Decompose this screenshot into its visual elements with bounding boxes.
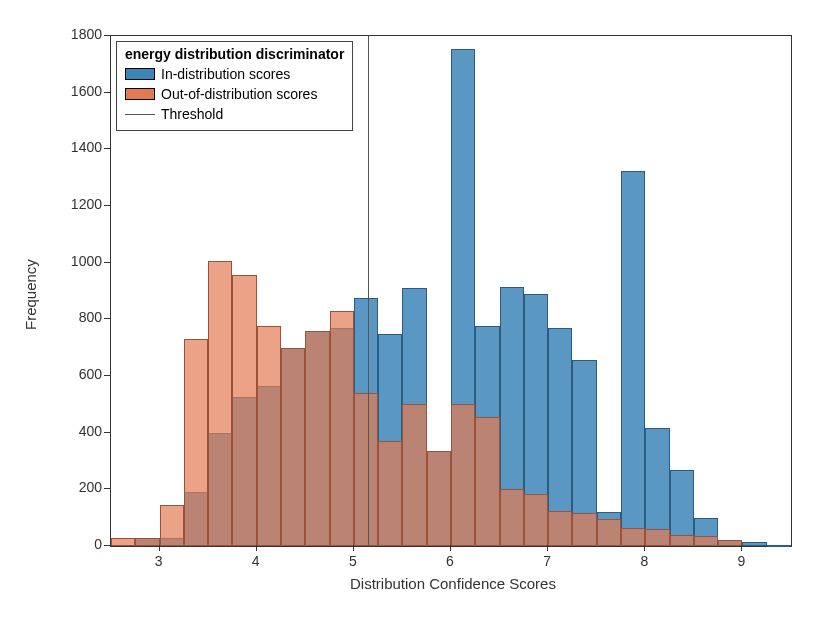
y-tick-label: 1600: [52, 83, 102, 99]
histogram-bar-out: [718, 540, 742, 546]
histogram-bar-out: [330, 311, 354, 546]
histogram-bar-out: [451, 404, 475, 546]
x-tick-label: 6: [440, 553, 460, 569]
x-tick-label: 3: [149, 553, 169, 569]
legend-item-in: In-distribution scores: [125, 64, 344, 84]
histogram-bar-out: [572, 513, 596, 546]
y-tick-label: 200: [52, 479, 102, 495]
y-tick-label: 1200: [52, 196, 102, 212]
histogram-bar-out: [402, 404, 426, 546]
histogram-bar-out: [184, 339, 208, 546]
histogram-bar-out: [475, 417, 499, 546]
legend: energy distribution discriminator In-dis…: [116, 41, 353, 131]
legend-label: Out-of-distribution scores: [161, 86, 317, 102]
histogram-bar-out: [645, 529, 669, 546]
histogram-bar-out: [378, 441, 402, 546]
x-axis-label: Distribution Confidence Scores: [350, 575, 556, 592]
x-tick-label: 8: [634, 553, 654, 569]
legend-item-threshold: Threshold: [125, 104, 344, 124]
histogram-bar-out: [160, 505, 184, 546]
histogram-bar-out: [135, 538, 159, 547]
histogram-bar-out: [548, 511, 572, 546]
x-tick-label: 4: [246, 553, 266, 569]
x-tick-label: 9: [731, 553, 751, 569]
x-tick-label: 7: [537, 553, 557, 569]
legend-title: energy distribution discriminator: [125, 46, 344, 62]
histogram-bar-out: [621, 528, 645, 546]
y-tick-label: 600: [52, 366, 102, 382]
histogram-bar-out: [524, 494, 548, 546]
threshold-line: [368, 36, 369, 546]
histogram-bar-out: [281, 348, 305, 546]
chart-canvas: Frequency Distribution Confidence Scores…: [0, 0, 840, 630]
histogram-bar-out: [257, 326, 281, 546]
legend-label: Threshold: [161, 106, 223, 122]
histogram-bar-out: [305, 331, 329, 546]
y-tick-label: 400: [52, 423, 102, 439]
y-tick-label: 1400: [52, 139, 102, 155]
square-icon: [125, 88, 155, 100]
y-tick-label: 1000: [52, 253, 102, 269]
square-icon: [125, 68, 155, 80]
line-icon: [125, 114, 155, 115]
histogram-bar-out: [427, 451, 451, 546]
histogram-bar-in: [621, 171, 645, 546]
y-tick-label: 800: [52, 309, 102, 325]
y-axis-label: Frequency: [22, 259, 39, 330]
histogram-bar-out: [694, 536, 718, 546]
x-tick-label: 5: [343, 553, 363, 569]
histogram-bar-out: [208, 261, 232, 546]
histogram-bar-out: [111, 538, 135, 547]
histogram-bar-out: [232, 275, 256, 546]
histogram-bar-out: [670, 535, 694, 546]
histogram-bar-in: [742, 542, 766, 546]
y-tick-label: 0: [52, 536, 102, 552]
histogram-bar-out: [354, 393, 378, 546]
y-tick-label: 1800: [52, 26, 102, 42]
legend-item-out: Out-of-distribution scores: [125, 84, 344, 104]
histogram-bar-out: [500, 489, 524, 546]
legend-label: In-distribution scores: [161, 66, 290, 82]
histogram-bar-out: [597, 519, 621, 546]
histogram-bar-in: [767, 545, 791, 547]
